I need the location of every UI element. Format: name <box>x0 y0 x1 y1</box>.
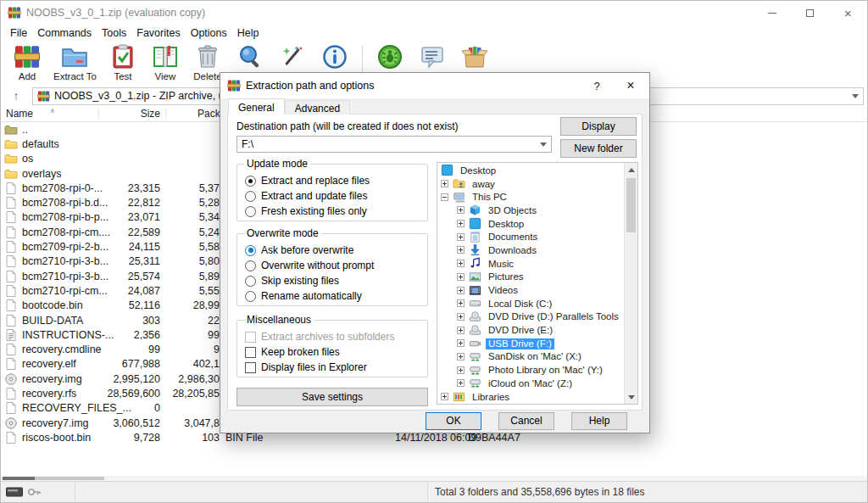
help-button[interactable]: Help <box>571 412 627 430</box>
menu-tools[interactable]: Tools <box>97 27 131 39</box>
expand-plus-icon[interactable] <box>457 353 465 360</box>
ok-button[interactable]: OK <box>426 412 481 430</box>
expand-plus-icon[interactable] <box>457 299 465 307</box>
menu-help[interactable]: Help <box>232 27 264 39</box>
minimize-button[interactable] <box>753 1 791 25</box>
tree-item[interactable]: Photo Library on 'Mac' (Y:) <box>437 363 624 377</box>
radio-option-row[interactable]: Extract and replace files <box>237 173 427 188</box>
expand-plus-icon[interactable] <box>457 327 465 334</box>
collapse-minus-icon[interactable] <box>441 193 448 201</box>
tree-item[interactable]: Music <box>437 257 624 271</box>
tab-general[interactable]: General <box>228 98 285 115</box>
radio-option-row[interactable]: Rename automatically <box>237 288 427 304</box>
display-button[interactable]: Display <box>560 117 637 136</box>
dialog-help-button[interactable]: ? <box>581 80 612 92</box>
up-one-level-button[interactable]: ↑ <box>4 87 28 104</box>
tree-scrollbar-thumb[interactable] <box>626 178 636 232</box>
radio-option-row[interactable]: Fresh existing files only <box>237 204 427 219</box>
comment-icon <box>419 43 446 70</box>
tree-scrollbar[interactable] <box>624 163 637 404</box>
tree-item[interactable]: Desktop <box>437 217 624 231</box>
tree-item[interactable]: Documents <box>437 230 624 243</box>
tree-item[interactable]: Downloads <box>437 243 624 257</box>
tree-item[interactable]: Pictures <box>437 271 624 284</box>
toolbar-view-button[interactable]: View <box>144 41 186 82</box>
tab-advanced[interactable]: Advanced <box>285 100 350 115</box>
expand-plus-icon[interactable] <box>457 273 465 281</box>
tree-item[interactable]: away <box>437 177 624 191</box>
column-header-size[interactable]: Size <box>94 108 160 120</box>
file-name: BUILD-DATA <box>22 315 83 327</box>
radio-option-row[interactable]: Skip existing files <box>237 273 427 288</box>
tree-item[interactable]: Local Disk (C:) <box>437 297 624 310</box>
tree-item[interactable]: DVD Drive (D:) Parallels Tools <box>437 310 624 324</box>
tree-item[interactable]: SanDisk on 'Mac' (X:) <box>437 350 624 364</box>
file-size: 99 <box>92 344 160 355</box>
drive-icon[interactable] <box>6 487 23 497</box>
key-icon[interactable] <box>27 487 42 497</box>
toolbar-test-button[interactable]: Test <box>102 41 144 82</box>
tree-item[interactable]: Videos <box>437 283 624 297</box>
file-packed: 2,986,30 <box>152 373 220 385</box>
cancel-button[interactable]: Cancel <box>498 412 554 430</box>
horizontal-scrollbar-thumb[interactable] <box>3 477 35 480</box>
hard-drive-icon <box>469 297 481 310</box>
expand-plus-icon[interactable] <box>457 206 465 214</box>
radio-unselected-icon[interactable] <box>245 276 256 287</box>
checkbox-option-row[interactable]: Keep broken files <box>237 344 427 360</box>
maximize-button[interactable] <box>791 1 829 25</box>
expand-plus-icon[interactable] <box>457 220 465 227</box>
expand-plus-icon[interactable] <box>441 393 448 400</box>
scroll-down-arrow-icon[interactable] <box>625 391 637 404</box>
destination-dropdown-arrow-icon[interactable] <box>540 143 547 150</box>
expand-plus-icon[interactable] <box>441 180 448 187</box>
radio-unselected-icon[interactable] <box>245 291 256 302</box>
radio-selected-icon[interactable] <box>245 245 256 256</box>
expand-plus-icon[interactable] <box>457 339 465 347</box>
scroll-up-arrow-icon[interactable] <box>625 163 637 176</box>
toolbar-add-button[interactable]: Add <box>6 41 48 82</box>
toolbar-test-label: Test <box>111 71 134 82</box>
column-divider[interactable] <box>165 109 166 119</box>
expand-plus-icon[interactable] <box>457 260 465 267</box>
tree-item-label: This PC <box>470 192 509 203</box>
tree-item[interactable]: iCloud on 'Mac' (Z:) <box>437 377 624 390</box>
save-settings-button[interactable]: Save settings <box>236 388 428 406</box>
tree-item[interactable]: 3D Objects <box>437 204 624 217</box>
radio-option-row[interactable]: Extract and update files <box>237 188 427 204</box>
menu-options[interactable]: Options <box>186 27 232 39</box>
checkbox-option-row[interactable]: Display files in Explorer <box>237 360 427 375</box>
file-size: 2,356 <box>92 329 160 341</box>
toolbar-extract-to-button[interactable]: Extract To <box>48 41 102 82</box>
expand-plus-icon[interactable] <box>457 233 465 241</box>
tree-item[interactable]: This PC <box>437 190 624 204</box>
radio-unselected-icon[interactable] <box>245 206 256 217</box>
column-divider[interactable] <box>98 109 99 119</box>
tree-item[interactable]: USB Drive (F:) <box>437 337 624 350</box>
radio-option-label: Overwrite without prompt <box>261 260 374 271</box>
radio-selected-icon[interactable] <box>245 176 256 187</box>
checkbox-unchecked-icon[interactable] <box>245 362 256 373</box>
radio-option-row[interactable]: Overwrite without prompt <box>237 258 427 273</box>
column-header-name[interactable]: Name <box>6 108 33 120</box>
checkbox-unchecked-icon[interactable] <box>245 347 256 358</box>
expand-plus-icon[interactable] <box>457 379 465 387</box>
new-folder-button[interactable]: New folder <box>560 139 637 158</box>
address-dropdown-arrow-icon[interactable] <box>852 94 859 102</box>
close-button[interactable]: × <box>829 1 867 25</box>
dialog-close-button[interactable]: × <box>612 78 649 93</box>
expand-plus-icon[interactable] <box>457 246 465 254</box>
tree-item[interactable]: Desktop <box>437 164 624 177</box>
radio-option-row[interactable]: Ask before overwrite <box>237 243 427 258</box>
expand-plus-icon[interactable] <box>457 313 465 321</box>
menu-favorites[interactable]: Favorites <box>131 27 185 39</box>
tree-item[interactable]: DVD Drive (E:) <box>437 323 624 337</box>
menu-file[interactable]: File <box>5 27 32 39</box>
menu-commands[interactable]: Commands <box>32 27 97 39</box>
expand-plus-icon[interactable] <box>457 287 465 294</box>
radio-unselected-icon[interactable] <box>245 260 256 271</box>
tree-item[interactable]: Libraries <box>437 390 624 404</box>
destination-path-combo[interactable]: F:\ <box>236 136 552 153</box>
radio-unselected-icon[interactable] <box>245 191 256 202</box>
expand-plus-icon[interactable] <box>457 366 465 374</box>
